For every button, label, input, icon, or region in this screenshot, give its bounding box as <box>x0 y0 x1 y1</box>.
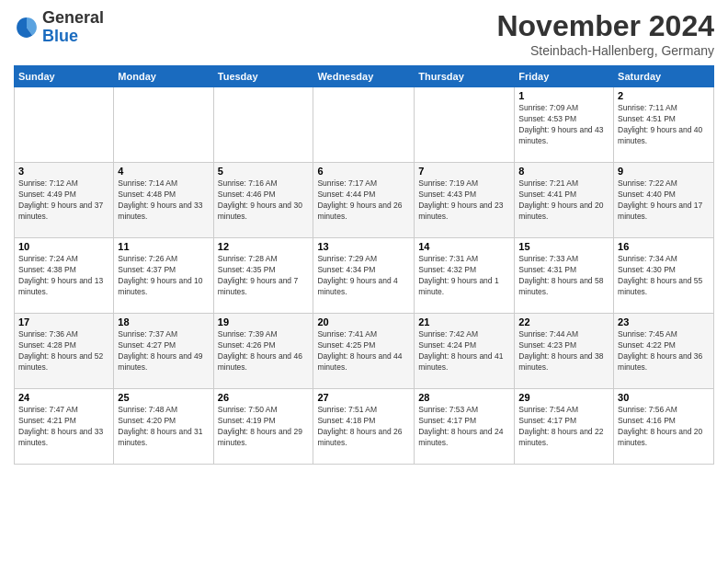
logo-general: General <box>42 8 104 27</box>
day-info: Sunrise: 7:12 AMSunset: 4:49 PMDaylight:… <box>18 178 109 223</box>
calendar-cell: 13Sunrise: 7:29 AMSunset: 4:34 PMDayligh… <box>313 238 415 314</box>
day-info: Sunrise: 7:24 AMSunset: 4:38 PMDaylight:… <box>18 254 109 298</box>
day-number: 20 <box>317 316 410 327</box>
calendar-cell: 30Sunrise: 7:56 AMSunset: 4:16 PMDayligh… <box>614 389 714 465</box>
day-number: 14 <box>418 241 510 252</box>
calendar-cell: 5Sunrise: 7:16 AMSunset: 4:46 PMDaylight… <box>213 163 313 238</box>
day-number: 13 <box>317 241 410 252</box>
day-number: 24 <box>18 392 109 403</box>
day-info: Sunrise: 7:39 AMSunset: 4:26 PMDaylight:… <box>218 329 310 373</box>
logo-blue: Blue <box>42 27 78 45</box>
day-info: Sunrise: 7:09 AMSunset: 4:53 PMDaylight:… <box>518 103 609 147</box>
day-number: 7 <box>418 166 510 177</box>
day-number: 27 <box>317 392 410 403</box>
day-info: Sunrise: 7:21 AMSunset: 4:41 PMDaylight:… <box>518 178 609 223</box>
day-info: Sunrise: 7:36 AMSunset: 4:28 PMDaylight:… <box>18 329 109 373</box>
day-info: Sunrise: 7:26 AMSunset: 4:37 PMDaylight:… <box>118 254 209 298</box>
calendar-cell: 10Sunrise: 7:24 AMSunset: 4:38 PMDayligh… <box>15 238 114 314</box>
month-title: November 2024 <box>496 9 714 43</box>
day-number: 22 <box>518 316 609 327</box>
day-info: Sunrise: 7:28 AMSunset: 4:35 PMDaylight:… <box>218 254 310 298</box>
day-number: 6 <box>317 166 410 177</box>
day-info: Sunrise: 7:29 AMSunset: 4:34 PMDaylight:… <box>317 254 410 298</box>
logo: General Blue <box>14 9 104 46</box>
header: General Blue November 2024 Steinbach-Hal… <box>14 9 714 58</box>
day-number: 15 <box>518 241 609 252</box>
logo-text: General Blue <box>42 9 104 46</box>
calendar-week: 10Sunrise: 7:24 AMSunset: 4:38 PMDayligh… <box>15 238 714 314</box>
day-info: Sunrise: 7:54 AMSunset: 4:17 PMDaylight:… <box>518 405 609 449</box>
calendar-week: 24Sunrise: 7:47 AMSunset: 4:21 PMDayligh… <box>15 389 714 465</box>
day-number: 16 <box>618 241 710 252</box>
day-number: 29 <box>518 392 609 403</box>
calendar-cell: 19Sunrise: 7:39 AMSunset: 4:26 PMDayligh… <box>213 314 313 389</box>
day-info: Sunrise: 7:44 AMSunset: 4:23 PMDaylight:… <box>518 329 609 373</box>
day-number: 28 <box>418 392 510 403</box>
day-info: Sunrise: 7:56 AMSunset: 4:16 PMDaylight:… <box>618 405 710 449</box>
calendar-week: 1Sunrise: 7:09 AMSunset: 4:53 PMDaylight… <box>15 87 714 163</box>
calendar-cell <box>15 87 114 163</box>
day-of-week-header: Tuesday <box>213 66 313 87</box>
day-number: 21 <box>418 316 510 327</box>
day-number: 30 <box>618 392 710 403</box>
calendar-cell: 27Sunrise: 7:51 AMSunset: 4:18 PMDayligh… <box>313 389 415 465</box>
day-number: 4 <box>118 166 209 177</box>
calendar-cell: 3Sunrise: 7:12 AMSunset: 4:49 PMDaylight… <box>15 163 114 238</box>
day-info: Sunrise: 7:34 AMSunset: 4:30 PMDaylight:… <box>618 254 710 298</box>
days-row: SundayMondayTuesdayWednesdayThursdayFrid… <box>15 66 714 87</box>
day-of-week-header: Monday <box>114 66 213 87</box>
day-info: Sunrise: 7:45 AMSunset: 4:22 PMDaylight:… <box>618 329 710 373</box>
day-number: 5 <box>218 166 310 177</box>
day-number: 9 <box>618 166 710 177</box>
page: General Blue November 2024 Steinbach-Hal… <box>0 0 728 563</box>
calendar-body: 1Sunrise: 7:09 AMSunset: 4:53 PMDaylight… <box>15 87 714 465</box>
day-info: Sunrise: 7:16 AMSunset: 4:46 PMDaylight:… <box>218 178 310 223</box>
calendar-cell: 24Sunrise: 7:47 AMSunset: 4:21 PMDayligh… <box>15 389 114 465</box>
day-number: 17 <box>18 316 109 327</box>
calendar-cell: 8Sunrise: 7:21 AMSunset: 4:41 PMDaylight… <box>515 163 614 238</box>
day-info: Sunrise: 7:31 AMSunset: 4:32 PMDaylight:… <box>418 254 510 298</box>
day-info: Sunrise: 7:42 AMSunset: 4:24 PMDaylight:… <box>418 329 510 373</box>
day-number: 2 <box>618 90 710 101</box>
calendar-cell <box>313 87 415 163</box>
calendar-cell: 7Sunrise: 7:19 AMSunset: 4:43 PMDaylight… <box>415 163 515 238</box>
calendar-cell: 22Sunrise: 7:44 AMSunset: 4:23 PMDayligh… <box>515 314 614 389</box>
day-number: 12 <box>218 241 310 252</box>
calendar-week: 3Sunrise: 7:12 AMSunset: 4:49 PMDaylight… <box>15 163 714 238</box>
calendar-cell: 25Sunrise: 7:48 AMSunset: 4:20 PMDayligh… <box>114 389 213 465</box>
day-number: 25 <box>118 392 209 403</box>
day-info: Sunrise: 7:17 AMSunset: 4:44 PMDaylight:… <box>317 178 410 223</box>
location: Steinbach-Hallenberg, Germany <box>496 43 714 58</box>
calendar-cell <box>213 87 313 163</box>
day-number: 19 <box>218 316 310 327</box>
title-area: November 2024 Steinbach-Hallenberg, Germ… <box>496 9 714 58</box>
calendar: SundayMondayTuesdayWednesdayThursdayFrid… <box>14 65 714 465</box>
calendar-cell: 18Sunrise: 7:37 AMSunset: 4:27 PMDayligh… <box>114 314 213 389</box>
calendar-cell: 28Sunrise: 7:53 AMSunset: 4:17 PMDayligh… <box>415 389 515 465</box>
day-info: Sunrise: 7:50 AMSunset: 4:19 PMDaylight:… <box>218 405 310 449</box>
calendar-cell: 6Sunrise: 7:17 AMSunset: 4:44 PMDaylight… <box>313 163 415 238</box>
calendar-cell: 4Sunrise: 7:14 AMSunset: 4:48 PMDaylight… <box>114 163 213 238</box>
day-of-week-header: Saturday <box>614 66 714 87</box>
calendar-cell: 14Sunrise: 7:31 AMSunset: 4:32 PMDayligh… <box>415 238 515 314</box>
calendar-cell: 12Sunrise: 7:28 AMSunset: 4:35 PMDayligh… <box>213 238 313 314</box>
day-number: 11 <box>118 241 209 252</box>
day-of-week-header: Friday <box>515 66 614 87</box>
day-number: 18 <box>118 316 209 327</box>
logo-icon <box>14 15 40 40</box>
day-number: 23 <box>618 316 710 327</box>
calendar-header: SundayMondayTuesdayWednesdayThursdayFrid… <box>15 66 714 87</box>
day-info: Sunrise: 7:11 AMSunset: 4:51 PMDaylight:… <box>618 103 710 147</box>
calendar-cell: 2Sunrise: 7:11 AMSunset: 4:51 PMDaylight… <box>614 87 714 163</box>
day-info: Sunrise: 7:41 AMSunset: 4:25 PMDaylight:… <box>317 329 410 373</box>
calendar-cell: 29Sunrise: 7:54 AMSunset: 4:17 PMDayligh… <box>515 389 614 465</box>
day-info: Sunrise: 7:19 AMSunset: 4:43 PMDaylight:… <box>418 178 510 223</box>
day-of-week-header: Thursday <box>415 66 515 87</box>
calendar-week: 17Sunrise: 7:36 AMSunset: 4:28 PMDayligh… <box>15 314 714 389</box>
day-info: Sunrise: 7:33 AMSunset: 4:31 PMDaylight:… <box>518 254 609 298</box>
day-info: Sunrise: 7:47 AMSunset: 4:21 PMDaylight:… <box>18 405 109 449</box>
calendar-cell: 1Sunrise: 7:09 AMSunset: 4:53 PMDaylight… <box>515 87 614 163</box>
day-of-week-header: Sunday <box>15 66 114 87</box>
calendar-cell: 9Sunrise: 7:22 AMSunset: 4:40 PMDaylight… <box>614 163 714 238</box>
calendar-cell: 11Sunrise: 7:26 AMSunset: 4:37 PMDayligh… <box>114 238 213 314</box>
